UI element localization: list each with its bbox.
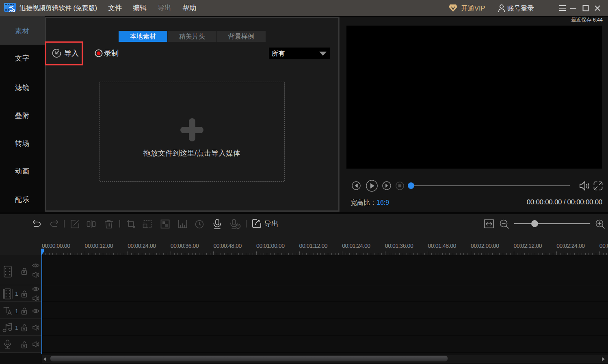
svg-text:T: T: [237, 225, 239, 228]
